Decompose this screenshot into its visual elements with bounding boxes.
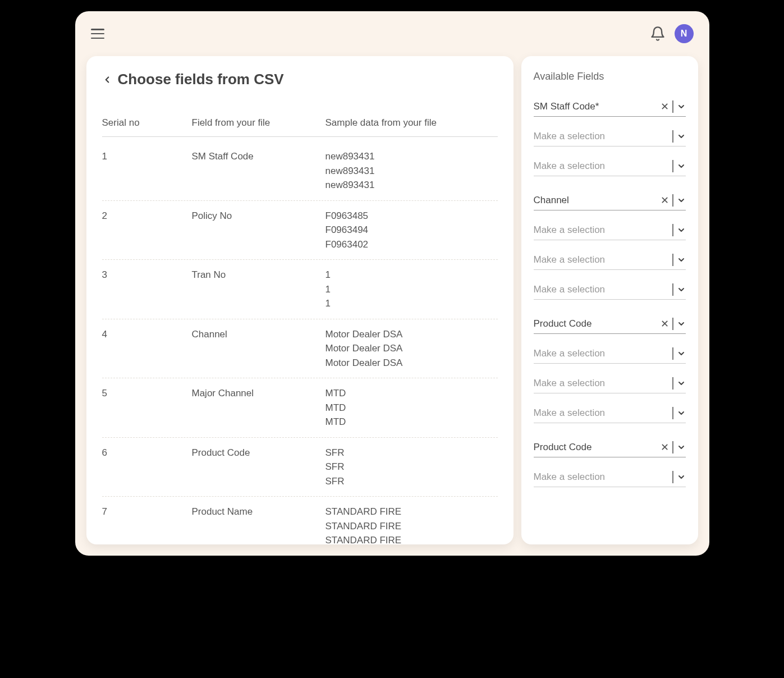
field-dropdown-selected[interactable]: Product Code✕: [534, 437, 686, 457]
field-dropdown-selected[interactable]: Product Code✕: [534, 313, 686, 334]
close-icon[interactable]: ✕: [659, 195, 670, 205]
chevron-down-icon: [677, 132, 686, 141]
separator: [672, 347, 673, 360]
field-dropdown-empty[interactable]: Make a selection: [534, 373, 686, 393]
close-icon[interactable]: ✕: [659, 442, 670, 452]
dropdown-placeholder: Make a selection: [534, 471, 671, 483]
page-title: Choose fields from CSV: [118, 71, 284, 88]
cell-sample: new893431new893431new893431: [325, 149, 498, 193]
sample-line: STANDARD FIRE: [325, 519, 498, 534]
avatar[interactable]: N: [675, 24, 694, 43]
cell-field: Major Channel: [192, 386, 325, 429]
chevron-down-icon: [677, 285, 686, 294]
dropdown-value: Product Code: [534, 318, 660, 329]
chevron-down-icon: [677, 226, 686, 235]
chevron-down-icon: [677, 443, 686, 452]
sample-line: 1: [325, 268, 498, 282]
sample-line: new893431: [325, 178, 498, 193]
cell-sample: 111: [325, 268, 498, 311]
cell-field: Policy No: [192, 209, 325, 252]
field-blocks-container: SM Staff Code*✕Make a selectionMake a se…: [534, 96, 686, 487]
dropdown-placeholder: Make a selection: [534, 284, 671, 295]
csv-fields-panel: Choose fields from CSV Serial no Field f…: [86, 56, 514, 544]
table-row: 6Product CodeSFRSFRSFR: [102, 438, 498, 497]
cell-sample: MTDMTDMTD: [325, 386, 498, 429]
menu-icon[interactable]: [91, 29, 104, 39]
field-dropdown-empty[interactable]: Make a selection: [534, 219, 686, 240]
sample-line: F0963494: [325, 223, 498, 237]
field-dropdown-empty[interactable]: Make a selection: [534, 126, 686, 146]
chevron-down-icon: [677, 319, 686, 328]
table-row: 5Major ChannelMTDMTDMTD: [102, 378, 498, 438]
back-chevron-icon[interactable]: [102, 75, 112, 85]
dropdown-placeholder: Make a selection: [534, 254, 671, 265]
cell-serial: 4: [102, 327, 192, 370]
sample-line: Motor Dealer DSA: [325, 327, 498, 342]
column-header-sample: Sample data from your file: [325, 117, 498, 129]
cell-field: Product Code: [192, 446, 325, 489]
separator: [672, 224, 673, 236]
field-block: SM Staff Code*✕Make a selectionMake a se…: [534, 96, 686, 176]
topbar: N: [75, 11, 709, 56]
field-dropdown-selected[interactable]: SM Staff Code*✕: [534, 96, 686, 117]
cell-field: Product Name: [192, 505, 325, 544]
cell-field: Tran No: [192, 268, 325, 311]
sample-line: SFR: [325, 474, 498, 489]
bell-icon[interactable]: [650, 26, 666, 42]
sample-line: Motor Dealer DSA: [325, 356, 498, 370]
main-area: Choose fields from CSV Serial no Field f…: [75, 56, 709, 556]
chevron-down-icon: [677, 196, 686, 205]
sample-line: STANDARD FIRE: [325, 505, 498, 519]
sample-line: MTD: [325, 386, 498, 401]
field-dropdown-empty[interactable]: Make a selection: [534, 343, 686, 364]
cell-serial: 2: [102, 209, 192, 252]
table-row: 4ChannelMotor Dealer DSAMotor Dealer DSA…: [102, 319, 498, 379]
field-dropdown-empty[interactable]: Make a selection: [534, 155, 686, 176]
chevron-down-icon: [677, 379, 686, 388]
dropdown-placeholder: Make a selection: [534, 407, 671, 419]
separator: [672, 377, 673, 390]
sample-line: 1: [325, 296, 498, 311]
field-dropdown-empty[interactable]: Make a selection: [534, 249, 686, 270]
field-dropdown-selected[interactable]: Channel✕: [534, 190, 686, 210]
close-icon[interactable]: ✕: [659, 319, 670, 329]
chevron-down-icon: [677, 409, 686, 418]
table-row: 2Policy NoF0963485F0963494F0963402: [102, 201, 498, 260]
chevron-down-icon: [677, 349, 686, 358]
sample-line: F0963402: [325, 237, 498, 252]
separator: [672, 318, 673, 330]
field-dropdown-empty[interactable]: Make a selection: [534, 402, 686, 423]
cell-serial: 6: [102, 446, 192, 489]
field-dropdown-empty[interactable]: Make a selection: [534, 466, 686, 487]
cell-sample: STANDARD FIRESTANDARD FIRESTANDARD FIRE: [325, 505, 498, 544]
chevron-down-icon: [677, 255, 686, 264]
sample-line: Motor Dealer DSA: [325, 341, 498, 356]
chevron-down-icon: [677, 102, 686, 111]
table-body: 1SM Staff Codenew893431new893431new89343…: [102, 141, 498, 544]
sample-line: SFR: [325, 460, 498, 474]
column-header-field: Field from your file: [192, 117, 325, 129]
dropdown-value: Product Code: [534, 442, 660, 453]
field-block: Product Code✕Make a selection: [534, 437, 686, 487]
cell-sample: SFRSFRSFR: [325, 446, 498, 489]
cell-field: Channel: [192, 327, 325, 370]
cell-field: SM Staff Code: [192, 149, 325, 193]
separator: [672, 283, 673, 296]
cell-serial: 7: [102, 505, 192, 544]
table-header-row: Serial no Field from your file Sample da…: [102, 111, 498, 137]
separator: [672, 130, 673, 143]
close-icon[interactable]: ✕: [659, 102, 670, 112]
dropdown-value: SM Staff Code*: [534, 101, 660, 112]
cell-serial: 3: [102, 268, 192, 311]
cell-serial: 5: [102, 386, 192, 429]
field-dropdown-empty[interactable]: Make a selection: [534, 279, 686, 300]
sample-line: MTD: [325, 415, 498, 429]
table-row: 3Tran No111: [102, 260, 498, 319]
dropdown-placeholder: Make a selection: [534, 161, 671, 172]
dropdown-placeholder: Make a selection: [534, 348, 671, 359]
cell-sample: Motor Dealer DSAMotor Dealer DSAMotor De…: [325, 327, 498, 370]
sample-line: STANDARD FIRE: [325, 533, 498, 544]
table-row: 1SM Staff Codenew893431new893431new89343…: [102, 141, 498, 201]
dropdown-placeholder: Make a selection: [534, 378, 671, 389]
separator: [672, 160, 673, 172]
